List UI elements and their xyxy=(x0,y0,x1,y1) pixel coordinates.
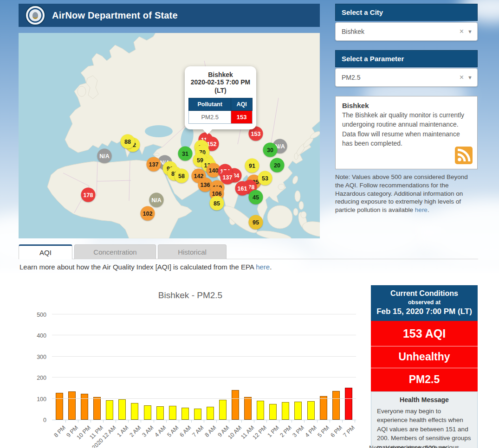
clear-icon[interactable]: × xyxy=(456,73,467,82)
y-tick-100: 100 xyxy=(25,396,46,403)
chevron-down-icon[interactable]: ▼ xyxy=(467,29,473,34)
x-label-3-pm: 3 PM xyxy=(292,424,306,439)
bar-2-am[interactable] xyxy=(131,403,138,420)
bar-4-am[interactable] xyxy=(156,406,164,420)
popup-datetime: 2020-02-15 7:00 PM (LT) xyxy=(188,78,253,95)
map-marker-53[interactable]: 53 xyxy=(258,171,272,186)
x-label-1-pm: 1 PM xyxy=(266,424,281,439)
gridline-500 xyxy=(52,314,356,314)
bar-2020-12-am[interactable] xyxy=(106,400,113,420)
note-here-link[interactable]: here xyxy=(415,206,428,213)
chart-title: Bishkek - PM2.5 xyxy=(19,289,362,314)
map-marker-137[interactable]: 137 xyxy=(147,157,161,172)
city-select-value: Bishkek xyxy=(342,28,456,35)
bar-2-pm[interactable] xyxy=(282,402,289,420)
page: AirNow Department of State xyxy=(0,0,499,448)
bar-slot-4-am: 4 AM xyxy=(156,314,164,420)
tab-concentration[interactable]: Concentration xyxy=(74,244,156,259)
bar-slot-3-am: 3 AM xyxy=(144,314,151,420)
bar-9-am[interactable] xyxy=(219,400,227,420)
bar-slot-11-am: 11 AM xyxy=(244,314,252,420)
bar-3-pm[interactable] xyxy=(294,402,302,420)
bar-8-pm[interactable] xyxy=(56,393,63,420)
learn-more-here-link[interactable]: here xyxy=(256,263,270,271)
bar-slot-1-am: 1 AM xyxy=(118,314,126,420)
bar-slot-2020-12-am: 2020 12 AM xyxy=(106,314,113,420)
bar-11-am[interactable] xyxy=(244,397,252,420)
parameter-select-card: Select a Parameter xyxy=(335,50,478,67)
note-text: Note: Values above 500 are considered Be… xyxy=(335,173,478,214)
bar-1-am[interactable] xyxy=(118,399,126,420)
map-marker-178[interactable]: 178 xyxy=(81,188,96,202)
parameter-select-header: Select a Parameter xyxy=(335,50,478,67)
rss-icon[interactable] xyxy=(455,147,473,164)
popup-col-aqi: AQI xyxy=(231,98,253,111)
bar-11-pm[interactable] xyxy=(93,397,101,420)
bar-10-pm[interactable] xyxy=(81,394,88,420)
city-select-header: Select a City xyxy=(335,4,478,21)
x-label-1-am: 1 AM xyxy=(116,424,130,438)
chevron-down-icon[interactable]: ▼ xyxy=(467,75,473,80)
popup-city: Bishkek xyxy=(188,71,253,78)
gridline-100 xyxy=(52,398,356,399)
y-tick-0: 0 xyxy=(25,417,46,423)
bar-5-am[interactable] xyxy=(169,406,176,420)
popup-table: Pollutant AQI PM2.5 153 xyxy=(188,98,253,124)
bar-5-pm[interactable] xyxy=(320,396,327,420)
air-quality-map[interactable]: 8288N/AN/A137918558178N/A102311151526970… xyxy=(19,33,320,238)
bar-12-pm[interactable] xyxy=(257,401,264,420)
map-marker-31[interactable]: 31 xyxy=(178,147,193,161)
map-marker-45[interactable]: 45 xyxy=(249,190,263,205)
bar-9-pm[interactable] xyxy=(68,391,76,420)
x-label-4-am: 4 AM xyxy=(153,424,167,438)
gridline-400 xyxy=(52,335,356,335)
health-message-body: Everyone may begin to experience health … xyxy=(377,407,472,448)
bar-slot-2-pm: 2 PM xyxy=(282,314,289,420)
parameter-select-dropdown[interactable]: PM2.5 × ▼ xyxy=(335,68,478,87)
bar-6-am[interactable] xyxy=(181,408,189,420)
parameter-select-value: PM2.5 xyxy=(342,74,456,81)
observed-at-label: observed at xyxy=(374,299,475,306)
map-marker-161[interactable]: 161 xyxy=(235,181,250,196)
bar-10-am[interactable] xyxy=(232,390,239,420)
map-marker-102[interactable]: 102 xyxy=(141,206,155,221)
map-marker-na[interactable]: N/A xyxy=(149,193,164,207)
bar-3-am[interactable] xyxy=(144,405,151,420)
bottom-note-body: Note: Values above 500 are considered Be… xyxy=(369,444,472,448)
bar-slot-11-pm: 11 PM xyxy=(93,314,101,420)
bar-slot-8-am: 8 AM xyxy=(207,314,214,420)
bar-1-pm[interactable] xyxy=(269,404,277,420)
map-marker-88[interactable]: 88 xyxy=(121,134,135,149)
map-marker-58[interactable]: 58 xyxy=(175,169,189,183)
map-marker-na[interactable]: N/A xyxy=(97,149,112,163)
state-department-seal-icon xyxy=(25,5,45,26)
bar-7-pm[interactable] xyxy=(345,388,352,420)
bar-6-pm[interactable] xyxy=(332,391,340,420)
x-label-5-pm: 5 PM xyxy=(317,424,331,439)
popup-col-pollutant: Pollutant xyxy=(189,98,231,111)
bar-8-am[interactable] xyxy=(207,407,214,420)
info-box-body: The Bishkek air quality monitor is curre… xyxy=(342,110,471,148)
map-marker-20[interactable]: 20 xyxy=(270,158,285,173)
city-select-dropdown[interactable]: Bishkek × ▼ xyxy=(335,22,478,41)
bar-4-pm[interactable] xyxy=(307,401,315,420)
map-marker-91[interactable]: 91 xyxy=(245,159,259,173)
y-tick-300: 300 xyxy=(25,354,46,360)
x-label-2-am: 2 AM xyxy=(128,424,142,438)
aqi-bar-chart: Bishkek - PM2.5 AQI 8 PM9 PM10 PM11 PM20… xyxy=(19,284,362,420)
x-label-8-am: 8 AM xyxy=(204,424,218,438)
health-message-title: Health Message xyxy=(377,396,472,403)
popup-aqi-value: 153 xyxy=(231,111,253,124)
x-label-4-pm: 4 PM xyxy=(304,424,318,439)
map-marker-95[interactable]: 95 xyxy=(249,215,263,230)
bar-slot-7-pm: 7 PM xyxy=(345,314,352,420)
current-conditions-title: Current Conditions xyxy=(374,289,475,298)
map-marker-30[interactable]: 30 xyxy=(263,143,278,157)
learn-more-suffix: . xyxy=(270,263,272,271)
y-tick-400: 400 xyxy=(25,333,46,339)
clear-icon[interactable]: × xyxy=(456,27,467,36)
tab-aqi[interactable]: AQI xyxy=(19,244,72,259)
bar-7-am[interactable] xyxy=(194,409,201,420)
map-marker-85[interactable]: 85 xyxy=(210,196,224,211)
tab-historical[interactable]: Historical xyxy=(158,244,227,259)
